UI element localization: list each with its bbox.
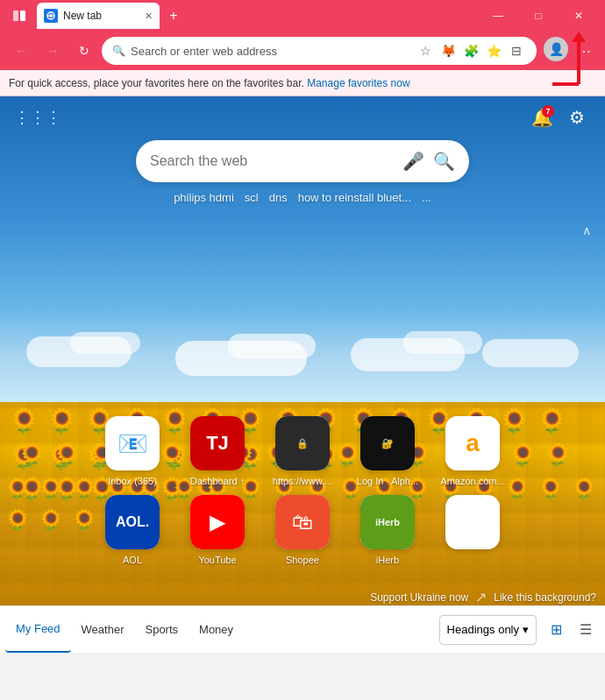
- tab-my-feed[interactable]: My Feed: [5, 606, 71, 653]
- shortcut-youtube[interactable]: ▶ YouTube: [181, 495, 255, 565]
- split-screen-icon[interactable]: ⊟: [507, 41, 526, 60]
- shortcut-https[interactable]: 🔒 https://www....: [266, 416, 340, 486]
- shortcut-label-amazon: Amazon.com...: [440, 476, 504, 486]
- back-button[interactable]: ←: [7, 37, 35, 65]
- iherb-logo: iHerb: [360, 495, 415, 549]
- tab-money[interactable]: Money: [189, 606, 244, 653]
- shortcut-icon-shopee: 🛍: [275, 495, 330, 549]
- list-view-button[interactable]: ☰: [572, 616, 600, 644]
- search-input[interactable]: [150, 153, 394, 169]
- shortcut-label-https: https://www....: [273, 476, 332, 486]
- shopee-logo: 🛍: [275, 495, 330, 549]
- shortcut-icon-inbox: 📧: [105, 416, 160, 470]
- favorites-icon[interactable]: ⭐: [484, 41, 503, 60]
- headings-select[interactable]: Headings only ▾: [439, 615, 537, 645]
- tab-close-button[interactable]: ✕: [145, 11, 153, 22]
- tab-weather[interactable]: Weather: [71, 606, 135, 653]
- shortcut-label-alpha: Log In · Alph...: [357, 476, 418, 486]
- grid-dots-button[interactable]: ⋮⋮⋮: [14, 108, 61, 127]
- profile-button[interactable]: 👤: [544, 37, 568, 61]
- page-top-bar: ⋮⋮⋮ 🔔 7 ⚙: [0, 103, 605, 131]
- search-box: 🎤 🔍: [136, 140, 469, 182]
- tab-sports[interactable]: Sports: [134, 606, 189, 653]
- add-shortcut-icon: +: [445, 495, 500, 549]
- shortcut-iherb[interactable]: iHerb iHerb: [351, 495, 425, 565]
- address-text: Search or enter web address: [131, 45, 410, 58]
- aol-logo: AOL.: [105, 495, 160, 549]
- shortcut-label-aol: AOL: [123, 555, 142, 565]
- shortcut-icon-aol: AOL.: [105, 495, 160, 549]
- view-icons: ⊞ ☰: [542, 616, 600, 644]
- suggestion-dns[interactable]: dns: [269, 191, 288, 204]
- notification-button[interactable]: 🔔 7: [528, 103, 556, 131]
- main-content: 🌻 🌻 🌻 🌻 🌻 🌻 🌻 🌻 🌻 🌻 🌻 🌻 🌻 🌻 🌻 🌻: [0, 96, 605, 653]
- refresh-button[interactable]: ↻: [70, 37, 98, 65]
- like-bg-text: Like this background?: [494, 591, 596, 604]
- support-bar: Support Ukraine now ↗ Like this backgrou…: [370, 589, 596, 605]
- shortcut-label-youtube: YouTube: [198, 555, 236, 565]
- shortcut-alpha[interactable]: 🔐 Log In · Alph...: [351, 416, 425, 486]
- address-bar[interactable]: 🔍 Search or enter web address ☆ 🦊 🧩 ⭐ ⊟: [102, 37, 537, 65]
- page-settings-button[interactable]: ⚙: [563, 103, 591, 131]
- headings-label: Headings only: [447, 623, 519, 636]
- youtube-logo: ▶: [190, 495, 245, 549]
- collapse-button[interactable]: ∧: [582, 223, 591, 237]
- search-button[interactable]: 🔍: [433, 151, 455, 172]
- title-bar: New tab ✕ + — □ ✕: [0, 0, 605, 32]
- shortcut-add[interactable]: +: [436, 495, 510, 565]
- tab-favicon: [44, 9, 58, 23]
- shortcut-label-dashboard: Dashboard ↑: [190, 476, 245, 486]
- suggestion-more-button[interactable]: ...: [422, 191, 431, 204]
- shortcut-icon-alpha: 🔐: [360, 416, 415, 470]
- shortcut-icon-add: +: [445, 495, 500, 549]
- favorites-bar: For quick access, place your favorites h…: [0, 70, 605, 96]
- chevron-down-icon: ▾: [523, 623, 529, 636]
- grid-view-button[interactable]: ⊞: [542, 616, 570, 644]
- settings-menu-button[interactable]: ⋯: [570, 37, 598, 65]
- shortcut-amazon[interactable]: a Amazon.com...: [436, 416, 510, 486]
- shortcut-label-iherb: iHerb: [376, 555, 399, 565]
- tab-group: New tab ✕ +: [7, 0, 475, 32]
- shortcut-aol[interactable]: AOL. AOL: [96, 495, 170, 565]
- shortcut-icon-amazon: a: [445, 416, 500, 470]
- active-tab[interactable]: New tab ✕: [37, 3, 160, 29]
- extensions-icon[interactable]: 🧩: [461, 41, 480, 60]
- minimize-button[interactable]: —: [479, 0, 517, 32]
- shortcuts-row-1: 📧 Inbox (365) TJ Dashboard ↑ 🔒 https://w…: [53, 416, 552, 486]
- mascot-icon[interactable]: 🦊: [438, 41, 458, 60]
- manage-favorites-link[interactable]: Manage favorites now: [307, 77, 409, 89]
- search-icon: 🔍: [112, 45, 125, 57]
- search-suggestions: philips hdmi scl dns how to reinstall bl…: [136, 191, 469, 204]
- forward-button[interactable]: →: [39, 37, 67, 65]
- amazon-icon: a: [445, 416, 500, 470]
- star-button[interactable]: ☆: [416, 41, 435, 60]
- sidebar-toggle-button[interactable]: [7, 4, 32, 28]
- svg-rect-0: [13, 11, 18, 21]
- mic-icon[interactable]: 🎤: [402, 151, 424, 172]
- maximize-button[interactable]: □: [519, 0, 558, 32]
- shortcuts-row-2: AOL. AOL ▶ YouTube 🛍 Shopee iHerb: [53, 495, 552, 565]
- tj-logo: TJ: [190, 416, 245, 470]
- suggestion-scl[interactable]: scl: [245, 191, 259, 204]
- shortcut-label-inbox: Inbox (365): [108, 476, 157, 486]
- support-ukraine-link[interactable]: Support Ukraine now: [370, 591, 468, 604]
- nav-bar: ← → ↻ 🔍 Search or enter web address ☆ 🦊 …: [0, 32, 605, 70]
- like-background-link[interactable]: Like this background?: [494, 591, 596, 604]
- new-tab-button[interactable]: +: [163, 5, 184, 26]
- shortcut-icon-youtube: ▶: [190, 495, 245, 549]
- shortcut-dashboard[interactable]: TJ Dashboard ↑: [181, 416, 255, 486]
- shortcut-icon-dashboard: TJ: [190, 416, 245, 470]
- favorites-bar-text: For quick access, place your favorites h…: [9, 77, 304, 89]
- gmail-icon: 📧: [117, 429, 148, 458]
- shortcut-shopee[interactable]: 🛍 Shopee: [266, 495, 340, 565]
- shortcuts-container: 📧 Inbox (365) TJ Dashboard ↑ 🔒 https://w…: [0, 416, 605, 574]
- close-button[interactable]: ✕: [559, 0, 598, 32]
- search-container: 🎤 🔍: [136, 140, 469, 182]
- suggestion-philips-hdmi[interactable]: philips hdmi: [174, 191, 234, 204]
- suggestion-bluet[interactable]: how to reinstall bluet...: [298, 191, 411, 204]
- address-right-icons: ☆ 🦊 🧩 ⭐ ⊟: [416, 41, 526, 60]
- tab-title: New tab: [63, 10, 102, 22]
- shortcut-inbox[interactable]: 📧 Inbox (365): [96, 416, 170, 486]
- headings-dropdown: Headings only ▾ ⊞ ☰: [439, 615, 600, 645]
- alpha-icon: 🔐: [360, 416, 415, 470]
